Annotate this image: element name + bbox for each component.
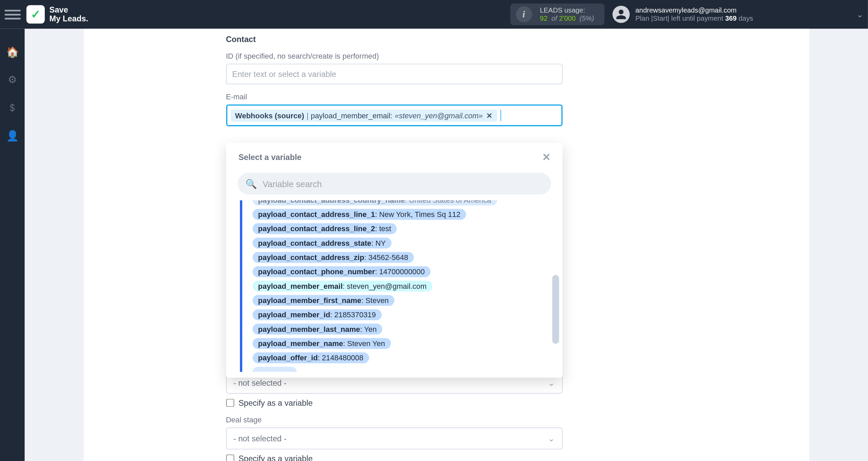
usage-badge: i LEADS usage: 92 of 2'000 (5%) xyxy=(510,3,604,25)
menu-toggle[interactable] xyxy=(5,6,21,22)
chevron-down-icon: ⌄ xyxy=(548,378,555,387)
variable-option[interactable]: payload_contact_address_zip: 34562-5648 xyxy=(252,252,414,263)
info-icon: i xyxy=(516,6,532,22)
specify-var-checkbox[interactable] xyxy=(226,455,234,461)
connections-icon[interactable]: ⚙ xyxy=(8,74,17,86)
variable-option[interactable]: payload_contact_address_line_2: test xyxy=(252,223,397,234)
section-contact: Contact xyxy=(226,35,562,44)
variable-option[interactable]: payload_member_first_name: Steven xyxy=(252,295,394,306)
billing-icon[interactable]: ＄ xyxy=(7,101,17,115)
specify-var-checkbox[interactable] xyxy=(226,399,234,407)
label-deal-stage: Deal stage xyxy=(226,416,562,424)
email-input[interactable]: Webhooks (source) | payload_member_email… xyxy=(226,104,562,126)
label-id: ID (if specified, no search/create is pe… xyxy=(226,52,562,60)
sidebar: 🏠 ⚙ ＄ 👤 xyxy=(0,29,25,461)
variable-option[interactable]: payload_contact_address_state: NY xyxy=(252,238,392,248)
profile-icon[interactable]: 👤 xyxy=(6,130,19,142)
chevron-down-icon: ⌄ xyxy=(548,434,555,443)
check-icon: ✓ xyxy=(31,7,41,21)
variable-search[interactable]: 🔍 xyxy=(237,173,551,195)
dropdown-title: Select a variable xyxy=(238,153,301,162)
user-menu[interactable]: andrewsavemyleads@gmail.com Plan |Start|… xyxy=(612,6,863,23)
usage-label: LEADS usage: xyxy=(540,6,594,15)
variable-option[interactable]: payload_member_email: steven_yen@gmail.c… xyxy=(252,281,432,292)
deal-stage-select[interactable]: - not selected - ⌄ xyxy=(226,427,562,449)
label-email: E-mail xyxy=(226,93,562,101)
variable-search-input[interactable] xyxy=(263,179,543,188)
dropdown-scrollbar[interactable] xyxy=(552,275,559,344)
specify-var-pipe[interactable]: Specify as a variable xyxy=(226,398,562,407)
variable-option[interactable]: payload_contact_address_line_1: New York… xyxy=(252,209,466,220)
variable-chip[interactable]: Webhooks (source) | payload_member_email… xyxy=(231,109,497,122)
user-email: andrewsavemyleads@gmail.com xyxy=(635,6,753,15)
topbar: ✓ SaveMy Leads. i LEADS usage: 92 of 2'0… xyxy=(0,0,868,29)
variable-option[interactable] xyxy=(252,367,297,372)
variable-option[interactable]: payload_member_last_name: Yen xyxy=(252,324,382,335)
variable-option[interactable]: payload_contact_address_country_name: Un… xyxy=(252,200,497,205)
user-plan: Plan |Start| left until payment 369 days xyxy=(635,14,753,22)
variable-option[interactable]: payload_member_id: 2185370319 xyxy=(252,309,381,320)
close-icon[interactable]: ✕ xyxy=(542,151,551,163)
search-icon: 🔍 xyxy=(245,178,257,189)
id-input[interactable] xyxy=(226,64,562,84)
brand-text: SaveMy Leads. xyxy=(50,5,88,23)
logo[interactable]: ✓ xyxy=(26,5,45,23)
chip-remove-icon[interactable]: ✕ xyxy=(486,111,493,120)
variable-dropdown: Select a variable ✕ 🔍 payload_contact_ad… xyxy=(226,143,562,378)
avatar xyxy=(612,6,630,23)
variable-option[interactable]: payload_offer_id: 2148480008 xyxy=(252,353,369,363)
variable-option[interactable]: payload_member_name: Steven Yen xyxy=(252,338,391,349)
specify-var-stage[interactable]: Specify as a variable xyxy=(226,454,562,461)
main-panel: Contact ID (if specified, no search/crea… xyxy=(83,29,809,461)
chevron-down-icon: ⌄ xyxy=(856,10,863,19)
usage-values: 92 of 2'000 (5%) xyxy=(540,14,594,22)
home-icon[interactable]: 🏠 xyxy=(6,46,19,58)
variable-option[interactable]: payload_contact_phone_number: 1470000000… xyxy=(252,266,431,277)
